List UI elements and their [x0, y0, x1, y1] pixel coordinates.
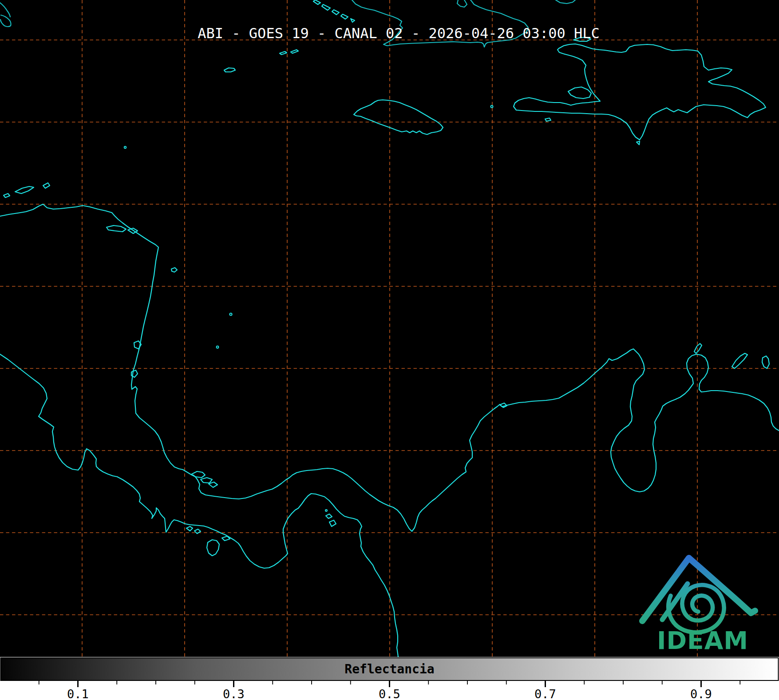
colorbar-tick-label: 0.7 — [534, 687, 556, 700]
image-title: ABI - GOES 19 - CANAL 02 - 2026-04-26 03… — [198, 25, 599, 42]
colorbar: Reflectancia 0.10.30.50.70.9 — [0, 657, 779, 700]
colorbar-strip: Reflectancia 0.10.30.50.70.9 — [0, 657, 779, 700]
colorbar-tick-label: 0.5 — [379, 687, 400, 700]
colorbar-tick-label: 0.3 — [223, 687, 245, 700]
logo-wordmark: IDEAM — [657, 626, 748, 655]
colorbar-tick-label: 0.1 — [67, 687, 89, 700]
satellite-image-viewer: IDEAM ABI - GOES 19 - CANAL 02 - 2026-04… — [0, 0, 779, 700]
colorbar-tick-label: 0.9 — [690, 687, 712, 700]
colorbar-ticks — [39, 680, 740, 687]
colorbar-tick-labels: 0.10.30.50.70.9 — [67, 687, 712, 700]
colorbar-title: Reflectancia — [344, 662, 434, 676]
satellite-map: IDEAM — [0, 0, 779, 657]
